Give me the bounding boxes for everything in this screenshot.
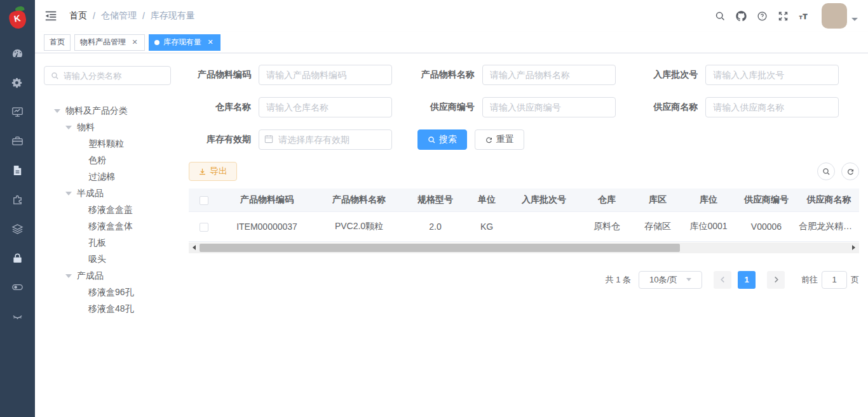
warehouse-name-input[interactable] — [259, 97, 392, 117]
caret-down-icon[interactable] — [65, 274, 72, 278]
category-search-input[interactable] — [64, 71, 159, 81]
refresh-table-button[interactable] — [841, 162, 859, 180]
layers-icon — [11, 223, 24, 237]
scrollbar-thumb[interactable] — [200, 244, 680, 252]
cell-product-code: ITEM00000037 — [219, 211, 315, 241]
tree-node[interactable]: 移液盒96孔 — [44, 284, 175, 301]
goto-page-input[interactable] — [822, 271, 847, 289]
scroll-left-button[interactable] — [189, 242, 200, 253]
tab-material-product[interactable]: 物料产品管理 ✕ — [74, 34, 145, 51]
category-tree-panel: 物料及产品分类 物料 塑料颗粒 色粉 过滤棉 半成品 移液盒盒盖 移液盒盒体 孔… — [35, 53, 181, 417]
lock-icon — [11, 252, 24, 266]
caret-down-icon[interactable] — [65, 126, 72, 129]
supplier-name-input[interactable] — [705, 97, 839, 117]
export-button[interactable]: 导出 — [189, 162, 237, 181]
sidebar-item-document[interactable] — [0, 157, 35, 186]
close-icon[interactable]: ✕ — [206, 38, 215, 47]
font-size-icon[interactable]: TT — [796, 8, 812, 24]
tree-node[interactable]: 过滤棉 — [44, 169, 175, 185]
select-all-checkbox[interactable] — [200, 196, 208, 205]
tab-home[interactable]: 首页 — [44, 34, 71, 51]
user-menu[interactable] — [822, 3, 858, 29]
tree-node[interactable]: 孔板 — [44, 235, 175, 251]
prev-page-button[interactable] — [714, 271, 731, 289]
sidebar-item-layers[interactable] — [0, 215, 35, 244]
page-number-1[interactable]: 1 — [738, 271, 756, 289]
sidebar-item-plugin[interactable] — [0, 186, 35, 215]
table-row[interactable]: ITEM00000037 PVC2.0颗粒 2.0 KG 原料仓 存储区 库位0… — [189, 211, 859, 241]
field-label: 仓库名称 — [189, 102, 251, 113]
product-code-input[interactable] — [259, 65, 392, 85]
chevron-right-icon — [773, 276, 780, 283]
scroll-right-button[interactable] — [848, 242, 859, 253]
github-icon[interactable] — [733, 8, 749, 24]
tree-node[interactable]: 移液盒盒盖 — [44, 202, 175, 218]
reset-button-label: 重置 — [496, 134, 514, 145]
sidebar-item-settings[interactable] — [0, 69, 35, 98]
tree-node[interactable]: 物料 — [44, 119, 175, 136]
tree-node[interactable]: 色粉 — [44, 152, 175, 169]
question-icon[interactable] — [754, 8, 770, 24]
category-search-box[interactable] — [44, 66, 171, 85]
category-tree: 物料及产品分类 物料 塑料颗粒 色粉 过滤棉 半成品 移液盒盒盖 移液盒盒体 孔… — [44, 103, 175, 317]
tags-view-bar: 首页 物料产品管理 ✕ 库存现有量 ✕ — [35, 32, 868, 53]
fullscreen-icon[interactable] — [775, 8, 791, 24]
sidebar-item-monitor[interactable] — [0, 98, 35, 128]
goto-label: 前往 — [801, 274, 818, 286]
tree-node[interactable]: 半成品 — [44, 185, 175, 202]
sidebar-item-lock[interactable] — [0, 244, 35, 274]
svg-text:T: T — [803, 12, 807, 20]
caret-down-icon — [851, 18, 858, 21]
col-header: 产品物料名称 — [315, 189, 403, 211]
page-size-select[interactable]: 10条/页 — [639, 271, 702, 289]
product-name-input[interactable] — [482, 65, 616, 85]
col-header: 库位 — [683, 189, 734, 211]
tree-node[interactable]: 移液盒48孔 — [44, 301, 175, 317]
breadcrumb-home[interactable]: 首页 — [69, 10, 87, 22]
tab-label: 库存现有量 — [163, 37, 201, 48]
scrollbar-track[interactable] — [200, 242, 848, 253]
search-button[interactable]: 搜索 — [417, 129, 467, 150]
supplier-code-input[interactable] — [482, 97, 616, 117]
reset-button[interactable]: 重置 — [475, 129, 524, 150]
navbar: 首页 / 仓储管理 / 库存现有量 T — [35, 0, 868, 32]
toggle-search-button[interactable] — [817, 162, 835, 180]
sidebar-item-toggle[interactable] — [0, 274, 35, 303]
tree-node[interactable]: 产成品 — [44, 268, 175, 284]
tree-node-label: 吸头 — [88, 254, 106, 265]
sidebar-item-theme[interactable] — [0, 303, 35, 332]
tab-inventory-onhand[interactable]: 库存现有量 ✕ — [149, 34, 220, 51]
sidebar-item-dashboard[interactable] — [0, 40, 35, 69]
sidebar-item-briefcase[interactable] — [0, 128, 35, 157]
caret-down-icon[interactable] — [54, 109, 60, 113]
next-page-button[interactable] — [767, 271, 785, 289]
tree-node[interactable]: 移液盒盒体 — [44, 218, 175, 235]
caret-down-icon[interactable] — [65, 192, 72, 195]
cell-batch — [506, 211, 581, 241]
tree-node[interactable]: 物料及产品分类 — [44, 103, 175, 119]
refresh-icon — [846, 168, 855, 176]
table-header-row: 产品物料编码 产品物料名称 规格型号 单位 入库批次号 仓库 库区 库位 供应商… — [189, 189, 859, 211]
tree-node-label: 产成品 — [77, 270, 104, 282]
document-icon — [11, 164, 24, 178]
tree-node[interactable]: 吸头 — [44, 251, 175, 268]
app-logo[interactable]: K — [0, 0, 35, 35]
row-checkbox[interactable] — [200, 223, 208, 232]
breadcrumb-separator: / — [93, 11, 95, 21]
svg-text:T: T — [799, 14, 802, 20]
header-search-icon[interactable] — [712, 8, 728, 24]
validity-date-input[interactable] — [259, 129, 392, 150]
download-icon — [198, 168, 207, 176]
tree-node-label: 物料 — [77, 122, 95, 133]
avatar[interactable] — [822, 3, 847, 29]
search-button-label: 搜索 — [439, 134, 457, 145]
close-icon[interactable]: ✕ — [130, 38, 139, 47]
cell-location: 库位0001 — [683, 211, 734, 241]
eye-closed-icon — [11, 310, 24, 324]
export-button-label: 导出 — [210, 166, 227, 177]
sidebar-fold-icon[interactable] — [44, 9, 58, 23]
horizontal-scrollbar[interactable] — [189, 242, 859, 253]
monitor-chart-icon — [11, 106, 24, 120]
inbound-batch-input[interactable] — [705, 65, 839, 85]
tree-node[interactable]: 塑料颗粒 — [44, 136, 175, 152]
